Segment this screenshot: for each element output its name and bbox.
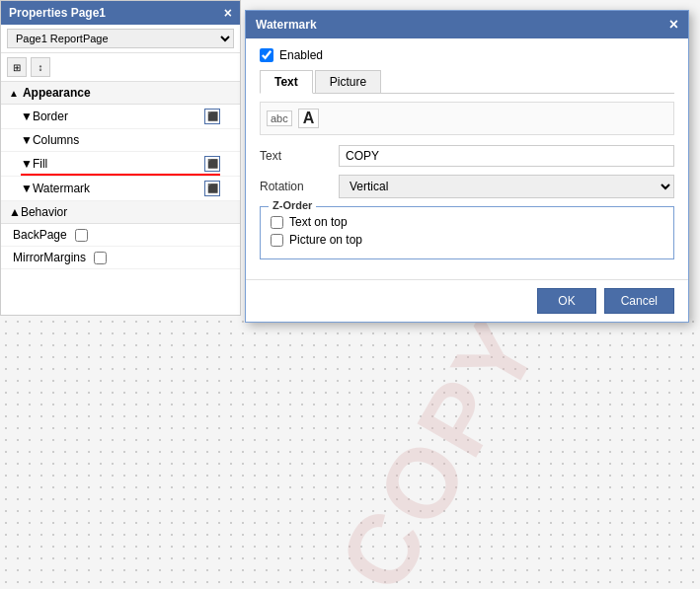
cancel-button[interactable]: Cancel <box>604 288 674 314</box>
rotation-field-row: Rotation Horizontal Vertical Diagonal <box>260 175 674 198</box>
font-A-button[interactable]: A <box>298 109 320 128</box>
zorder-section: Z-Order Text on top Picture on top <box>260 206 674 259</box>
text-field-row: Text <box>260 145 674 167</box>
picture-on-top-row: Picture on top <box>271 233 663 247</box>
text-style-row: abc A <box>260 102 674 135</box>
enabled-checkbox[interactable] <box>260 48 273 62</box>
tabs-row: Text Picture <box>260 70 674 94</box>
text-input[interactable] <box>339 145 674 167</box>
abc-icon: abc <box>267 110 292 126</box>
dialog-overlay: Watermark × Enabled Text Picture abc A T… <box>0 0 700 589</box>
watermark-dialog: Watermark × Enabled Text Picture abc A T… <box>245 10 689 323</box>
dialog-close-button[interactable]: × <box>669 17 678 33</box>
tab-text[interactable]: Text <box>260 70 313 94</box>
dialog-footer: OK Cancel <box>246 279 688 322</box>
picture-on-top-checkbox[interactable] <box>271 234 283 247</box>
picture-on-top-label: Picture on top <box>289 233 362 247</box>
rotation-field-label: Rotation <box>260 180 339 193</box>
enabled-label: Enabled <box>279 48 323 62</box>
text-on-top-row: Text on top <box>271 215 663 229</box>
dialog-header: Watermark × <box>246 11 688 38</box>
ok-button[interactable]: OK <box>537 288 595 314</box>
rotation-select[interactable]: Horizontal Vertical Diagonal <box>339 175 674 198</box>
text-on-top-checkbox[interactable] <box>271 216 283 229</box>
zorder-label: Z-Order <box>269 199 316 211</box>
dialog-body: Enabled Text Picture abc A Text Rotation… <box>246 38 688 279</box>
tab-picture[interactable]: Picture <box>315 70 381 94</box>
dialog-title: Watermark <box>256 18 317 32</box>
text-field-label: Text <box>260 149 339 163</box>
enabled-row: Enabled <box>260 48 674 62</box>
text-on-top-label: Text on top <box>289 215 348 229</box>
